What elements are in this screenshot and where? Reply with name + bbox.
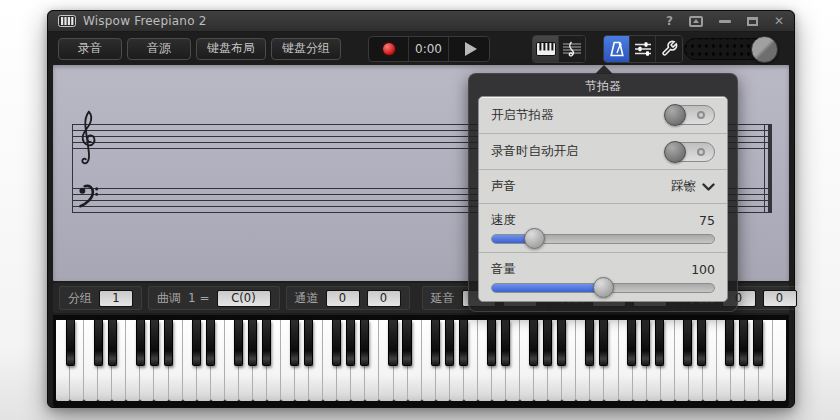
black-key[interactable] [164,320,173,366]
transport-controls: 0:00 [368,36,490,62]
speed-slider-knob[interactable] [524,228,545,249]
black-key[interactable] [290,320,299,366]
channel-right-field[interactable]: 0 [367,290,401,307]
volume-knob-icon[interactable] [751,36,778,63]
volume-row: 音量 100 [479,252,727,301]
metronome-icon [609,41,625,57]
keyboard-view-button[interactable] [533,36,559,62]
sound-select[interactable]: 踩镲 [671,178,715,195]
black-key[interactable] [529,320,538,366]
black-key[interactable] [487,320,496,366]
volume-value: 100 [691,262,715,277]
key-prefix: 1 = [188,291,210,305]
score-view-button[interactable] [559,36,585,62]
speed-value: 75 [699,213,715,228]
sound-source-button[interactable]: 音源 [127,38,191,60]
key-label: 曲调 [157,290,181,307]
tray-icon[interactable] [689,16,703,27]
black-key[interactable] [585,320,594,366]
group-segment[interactable]: 分组 1 [59,286,142,310]
titlebar[interactable]: Wispow Freepiano 2 ? ✕ [48,11,794,32]
black-key[interactable] [697,320,706,366]
black-key[interactable] [346,320,355,366]
key-segment[interactable]: 曲调 1 = C(0) [148,286,280,310]
view-toggle-group [532,35,586,63]
volume-slider-knob[interactable] [593,277,614,298]
black-key[interactable] [627,320,636,366]
popup-title: 节拍器 [478,76,728,96]
key-value-field[interactable]: C(0) [217,290,271,307]
enable-metronome-row: 开启节拍器 [479,97,727,133]
close-button[interactable]: ✕ [774,15,784,27]
black-key[interactable] [683,320,692,366]
volume-slider[interactable] [491,283,715,293]
mixer-button[interactable] [630,36,656,62]
black-key[interactable] [66,320,75,366]
treble-clef-icon [75,109,101,165]
record-time: 0:00 [409,37,449,61]
auto-start-toggle[interactable] [665,142,715,162]
record-button[interactable] [369,37,409,61]
sound-row: 声音 踩镲 [479,169,727,203]
black-key[interactable] [360,320,369,366]
black-key[interactable] [501,320,510,366]
app-logo-piano-icon [58,15,76,27]
speed-label: 速度 [491,212,516,229]
black-key[interactable] [192,320,201,366]
play-button[interactable] [449,37,489,61]
black-key[interactable] [543,320,552,366]
minimize-button[interactable] [719,20,731,23]
black-key[interactable] [641,320,650,366]
black-key[interactable] [402,320,411,366]
black-key[interactable] [108,320,117,366]
piano-keyboard[interactable] [56,320,786,401]
black-key[interactable] [388,320,397,366]
black-key[interactable] [262,320,271,366]
white-key[interactable] [773,320,786,401]
black-key[interactable] [655,320,664,366]
toggle-knob[interactable] [664,141,686,163]
black-key[interactable] [739,320,748,366]
channel-left-field[interactable]: 0 [326,290,360,307]
sound-label: 声音 [491,178,516,195]
enable-metronome-toggle[interactable] [665,105,715,125]
octave-right-field[interactable]: 0 [763,290,797,307]
black-key[interactable] [248,320,257,366]
mixer-sliders-icon [634,41,652,57]
group-value-field[interactable]: 1 [99,290,133,307]
tools-group [603,35,683,63]
black-key[interactable] [725,320,734,366]
black-key[interactable] [234,320,243,366]
master-volume-slider[interactable] [684,38,776,60]
black-key[interactable] [431,320,440,366]
keyboard-grouping-button[interactable]: 键盘分组 [271,38,341,60]
help-button[interactable]: ? [666,15,673,27]
black-key[interactable] [94,320,103,366]
keyboard-layout-button[interactable]: 键盘布局 [196,38,266,60]
black-key[interactable] [150,320,159,366]
metronome-popup: 节拍器 开启节拍器 录音时自动开启 声音 踩镲 [468,73,738,312]
maximize-button[interactable] [747,17,758,26]
black-key[interactable] [459,320,468,366]
chevron-down-icon [702,183,715,191]
settings-button[interactable] [656,36,682,62]
volume-slider-fill [492,284,603,292]
black-key[interactable] [206,320,215,366]
black-key[interactable] [304,320,313,366]
score-icon [562,41,582,57]
black-key[interactable] [753,320,762,366]
bass-clef-icon [77,184,99,210]
record-menu-button[interactable]: 录音 [58,38,122,60]
toggle-knob[interactable] [664,104,686,126]
channel-label: 通道 [295,290,319,307]
window-title: Wispow Freepiano 2 [83,14,207,28]
black-key[interactable] [332,320,341,366]
channel-segment[interactable]: 通道 0 0 [286,286,410,310]
black-key[interactable] [599,320,608,366]
black-key[interactable] [557,320,566,366]
speed-slider[interactable] [491,234,715,244]
metronome-button[interactable] [604,36,630,62]
black-key[interactable] [136,320,145,366]
speed-row: 速度 75 [479,203,727,252]
black-key[interactable] [445,320,454,366]
